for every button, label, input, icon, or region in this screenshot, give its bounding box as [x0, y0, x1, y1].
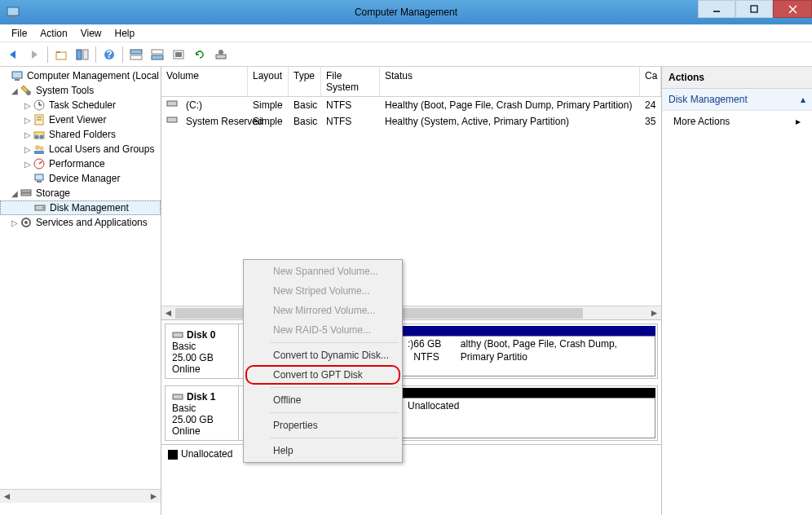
actions-more[interactable]: More Actions ▸ — [662, 111, 812, 132]
maximize-button[interactable] — [735, 0, 773, 18]
volume-list: Volume Layout Type File System Status Ca… — [161, 67, 661, 319]
ctx-help[interactable]: Help — [245, 441, 400, 460]
chevron-right-icon: ▸ — [796, 116, 801, 127]
disk-name: Disk 0 — [187, 329, 215, 341]
tree-root[interactable]: Computer Management (Local — [0, 68, 161, 83]
tree-storage[interactable]: ◢ Storage — [0, 186, 161, 200]
disk-size: 25.00 GB — [172, 414, 232, 425]
col-capacity[interactable]: Ca — [640, 67, 661, 96]
titlebar: Computer Management — [0, 0, 812, 24]
volume-h-scrollbar[interactable]: ◄ ► — [161, 306, 661, 319]
tree-device-manager[interactable]: Device Manager — [0, 171, 161, 186]
menu-view[interactable]: View — [74, 25, 108, 42]
clock-icon — [33, 99, 46, 112]
tree-disk-management[interactable]: Disk Management — [0, 200, 161, 215]
window-controls — [698, 0, 812, 18]
tree-performance[interactable]: ▷ Performance — [0, 156, 161, 171]
disk-row[interactable]: Disk 1 Basic 25.00 GB Online Unallocated — [165, 385, 658, 441]
forward-button[interactable] — [24, 45, 44, 64]
volume-body: (C:) Simple Basic NTFS Healthy (Boot, Pa… — [161, 97, 661, 306]
partition-box[interactable]: :) 66 GB NTFS althy (Boot, Page File, Cr… — [402, 336, 655, 376]
svg-rect-41 — [21, 190, 31, 192]
device-icon — [33, 172, 46, 185]
scroll-right-icon[interactable]: ► — [647, 306, 661, 320]
svg-point-34 — [35, 145, 40, 150]
disk-row[interactable]: Disk 0 Basic 25.00 GB Online :) 66 GB NT… — [165, 324, 658, 379]
tree-services-apps[interactable]: ▷ Services and Applications — [0, 215, 161, 230]
vol-cap: 24 — [640, 99, 661, 112]
disk-label[interactable]: Disk 1 Basic 25.00 GB Online — [165, 386, 239, 440]
disk-state: Online — [172, 425, 232, 437]
actions-pane: Actions Disk Management ▴ More Actions ▸ — [662, 67, 812, 515]
tree-local-users[interactable]: ▷ Local Users and Groups — [0, 142, 161, 156]
disk-settings-icon[interactable] — [211, 45, 231, 64]
volume-icon — [166, 99, 179, 112]
svg-point-46 — [24, 221, 28, 224]
partition-strip — [402, 388, 655, 398]
tree-h-scrollbar[interactable]: ◄ ► — [0, 489, 161, 503]
svg-rect-39 — [35, 174, 43, 180]
col-type[interactable]: Type — [289, 67, 321, 96]
partition-box[interactable]: Unallocated — [402, 398, 655, 438]
tree-system-tools[interactable]: ◢ System Tools — [0, 83, 161, 98]
ctx-properties[interactable]: Properties — [245, 416, 400, 435]
services-icon — [20, 216, 33, 229]
tree-label: Disk Management — [50, 202, 129, 213]
tree-label: Event Viewer — [49, 114, 106, 125]
app-icon — [7, 6, 20, 19]
legend-swatch-unallocated — [168, 450, 178, 460]
scroll-left-icon[interactable]: ◄ — [161, 306, 175, 320]
col-volume[interactable]: Volume — [161, 67, 248, 96]
col-fs[interactable]: File System — [321, 67, 380, 96]
ctx-convert-dynamic[interactable]: Convert to Dynamic Disk... — [245, 346, 400, 365]
menu-action[interactable]: Action — [33, 25, 73, 42]
view-top-button[interactable] — [126, 45, 146, 64]
tree-event-viewer[interactable]: ▷ Event Viewer — [0, 112, 161, 127]
tree-label: Services and Applications — [36, 217, 148, 228]
svg-rect-42 — [21, 193, 31, 196]
disk-label[interactable]: Disk 0 Basic 25.00 GB Online — [165, 324, 239, 378]
tree-task-scheduler[interactable]: ▷ Task Scheduler — [0, 98, 161, 112]
ctx-convert-gpt[interactable]: Convert to GPT Disk — [245, 365, 400, 385]
svg-point-24 — [26, 90, 31, 95]
ctx-new-raid5: New RAID-5 Volume... — [245, 320, 400, 340]
volume-icon — [166, 115, 179, 128]
minimize-button[interactable] — [698, 0, 735, 18]
menu-help[interactable]: Help — [108, 25, 142, 42]
up-button[interactable] — [51, 45, 71, 64]
tree-shared-folders[interactable]: ▷ Shared Folders — [0, 127, 161, 142]
settings-icon[interactable] — [169, 45, 188, 64]
svg-rect-15 — [152, 55, 163, 59]
users-icon — [33, 143, 46, 156]
svg-rect-49 — [173, 332, 183, 337]
svg-rect-7 — [56, 51, 60, 53]
col-status[interactable]: Status — [380, 67, 640, 96]
svg-rect-20 — [216, 55, 226, 59]
disk-type: Basic — [172, 403, 232, 414]
close-button[interactable] — [773, 0, 812, 18]
scroll-right-icon[interactable]: ► — [147, 490, 161, 504]
show-hide-tree-button[interactable] — [73, 45, 92, 64]
svg-rect-40 — [37, 181, 42, 183]
disk-mgmt-icon — [33, 201, 46, 214]
volume-row[interactable]: System Reserved Simple Basic NTFS Health… — [161, 113, 661, 130]
svg-rect-12 — [130, 50, 142, 54]
svg-rect-1 — [11, 15, 15, 17]
refresh-icon[interactable] — [190, 45, 210, 64]
tree-label: Device Manager — [49, 173, 120, 184]
volume-row[interactable]: (C:) Simple Basic NTFS Healthy (Boot, Pa… — [161, 97, 661, 113]
vol-layout: Simple — [248, 99, 289, 112]
back-button[interactable] — [3, 45, 23, 64]
performance-icon — [33, 157, 46, 170]
vol-fs: NTFS — [321, 99, 380, 112]
help-icon[interactable]: ? — [99, 45, 119, 64]
disk-graphical-view: Disk 0 Basic 25.00 GB Online :) 66 GB NT… — [161, 319, 661, 515]
event-icon — [33, 113, 46, 126]
ctx-offline[interactable]: Offline — [245, 390, 400, 410]
menu-file[interactable]: File — [5, 25, 33, 42]
scroll-left-icon[interactable]: ◄ — [0, 490, 14, 504]
view-bottom-button[interactable] — [148, 45, 167, 64]
toolbar: ? — [0, 42, 812, 67]
col-layout[interactable]: Layout — [248, 67, 289, 96]
actions-section[interactable]: Disk Management ▴ — [662, 89, 812, 111]
